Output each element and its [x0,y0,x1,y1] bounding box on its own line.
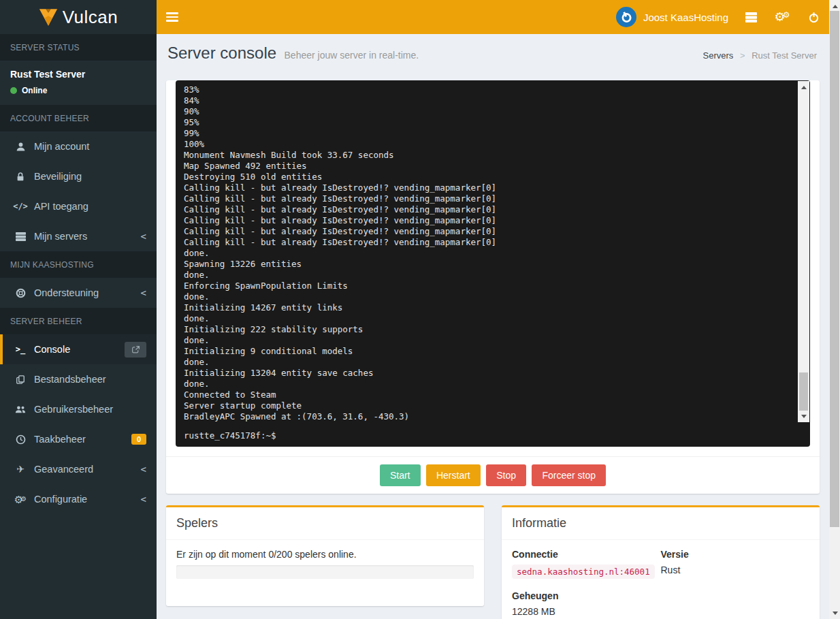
info-panel-title: Informatie [502,507,820,540]
sidebar-item-label: Bestandsbeheer [34,374,106,385]
stop-button[interactable]: Stop [486,464,526,486]
brand-logo[interactable]: Vulcan [0,0,157,34]
sidebar-item-configuratie[interactable]: ⚙⚙ Configuratie < [0,484,157,514]
memory-label: Geheugen [512,590,661,601]
page-subtitle: Beheer jouw server in real-time. [285,50,419,61]
open-console-external-button[interactable] [125,342,146,358]
life-ring-icon [13,288,28,298]
players-panel: Spelers Er zijn op dit moment 0/200 spel… [166,505,484,606]
page-scrollbar[interactable] [829,0,840,619]
tasks-count-badge: 0 [131,434,146,445]
section-mijn-kaashosting: MIJN KAASHOSTING [0,251,157,278]
files-copy-icon [13,375,28,385]
chevron-left-icon: < [141,494,146,505]
sidebar-item-beveiliging[interactable]: Beveiliging [0,161,157,191]
sidebar: Vulcan SERVER STATUS Rust Test Server On… [0,0,157,619]
section-account-beheer: ACCOUNT BEHEER [0,105,157,131]
players-online-message: Er zijn op dit moment 0/200 spelers onli… [176,549,474,560]
breadcrumb: Servers > Rust Test Server [703,50,818,61]
sidebar-item-console[interactable]: >_ Console [0,334,157,364]
terminal-icon: >_ [13,345,28,354]
terminal-scrollbar[interactable] [798,81,809,422]
main-content: Server console Beheer jouw server in rea… [157,34,829,619]
cogs-icon: ⚙⚙ [775,11,790,24]
restart-button[interactable]: Herstart [426,464,481,486]
user-icon [13,142,28,152]
terminal: 83% 84% 90% 95% 99% 100% Monument Navmes… [176,80,810,447]
chevron-left-icon: < [141,464,146,475]
online-status-icon [10,87,17,94]
topbar: Joost KaasHosting ⚙⚙ [157,0,829,34]
sidebar-item-ondersteuning[interactable]: Ondersteuning < [0,278,157,308]
section-server-beheer: SERVER BEHEER [0,308,157,334]
info-panel: Informatie Connectie sedna.kaashosting.n… [502,505,820,619]
sidebar-item-gebruikersbeheer[interactable]: Gebruikersbeheer [0,394,157,424]
sidebar-item-api-toegang[interactable]: </> API toegang [0,191,157,221]
sidebar-item-geavanceerd[interactable]: ✈ Geavanceerd < [0,454,157,484]
vulcan-logo-icon [39,8,58,27]
sidebar-item-label: Ondersteuning [34,287,99,298]
cogs-icon: ⚙⚙ [13,494,28,505]
sidebar-item-label: API toegang [34,201,88,212]
sidebar-item-mijn-account[interactable]: Mijn account [0,131,157,161]
terminal-command-input[interactable]: rustte_c745178f:~$ [184,430,802,443]
version-value: Rust [661,565,810,575]
server-status-block: Rust Test Server Online [0,61,157,105]
sidebar-item-label: Mijn servers [34,231,87,242]
terminal-output: 83% 84% 90% 95% 99% 100% Monument Navmes… [184,84,802,425]
sidebar-item-mijn-servers[interactable]: Mijn servers < [0,221,157,251]
server-stack-icon [13,232,28,242]
connection-address: sedna.kaashosting.nl:46001 [512,565,655,579]
server-stack-icon [745,12,757,23]
code-icon: </> [13,202,28,211]
sidebar-item-label: Mijn account [34,141,89,152]
console-actions: Start Herstart Stop Forceer stop [166,456,820,494]
sidebar-item-label: Taakbeheer [34,434,86,445]
sidebar-item-label: Configuratie [34,494,87,505]
breadcrumb-servers-link[interactable]: Servers [703,50,734,61]
start-button[interactable]: Start [380,464,421,486]
external-link-icon [131,345,140,354]
user-menu[interactable]: Joost KaasHosting [609,7,735,27]
scroll-up-arrow-icon[interactable] [829,1,840,11]
scroll-down-arrow-icon[interactable] [829,608,840,618]
players-panel-title: Spelers [166,507,484,540]
scroll-up-arrow-icon[interactable] [798,82,809,92]
page-scrollbar-thumb[interactable] [830,11,839,527]
clock-icon [13,434,28,445]
sidebar-item-label: Console [34,344,70,355]
server-status-label: Online [22,86,47,95]
players-progress-bar [176,565,474,579]
version-label: Versie [661,549,810,560]
console-card: 83% 84% 90% 95% 99% 100% Monument Navmes… [166,80,820,494]
fighter-jet-icon: ✈ [13,464,28,475]
user-name: Joost KaasHosting [643,12,728,23]
logout-button[interactable] [798,0,829,34]
page-header: Server console Beheer jouw server in rea… [157,34,829,71]
breadcrumb-separator: > [740,50,745,61]
breadcrumb-current: Rust Test Server [752,50,817,61]
sidebar-item-label: Gebruikersbeheer [34,404,113,415]
sidebar-toggle-button[interactable] [157,0,187,34]
server-name: Rust Test Server [10,69,146,80]
sidebar-item-bestandsbeheer[interactable]: Bestandsbeheer [0,364,157,394]
force-stop-button[interactable]: Forceer stop [532,464,606,486]
chevron-left-icon: < [141,287,146,298]
power-icon [808,12,820,23]
avatar [616,7,636,27]
chevron-left-icon: < [141,231,146,242]
settings-button[interactable]: ⚙⚙ [766,0,798,34]
scroll-down-arrow-icon[interactable] [798,411,809,421]
terminal-scrollbar-thumb[interactable] [799,372,808,411]
connection-label: Connectie [512,549,661,560]
brand-name: Vulcan [63,7,118,28]
sidebar-item-label: Beveiliging [34,171,82,182]
page-title: Server console [167,44,276,62]
section-server-status: SERVER STATUS [0,34,157,61]
memory-value: 12288 MB [512,606,661,617]
servers-shortcut-button[interactable] [735,0,766,34]
sidebar-item-taakbeheer[interactable]: Taakbeheer 0 [0,424,157,454]
users-icon [13,404,28,414]
lock-icon [13,172,28,182]
sidebar-item-label: Geavanceerd [34,464,93,475]
